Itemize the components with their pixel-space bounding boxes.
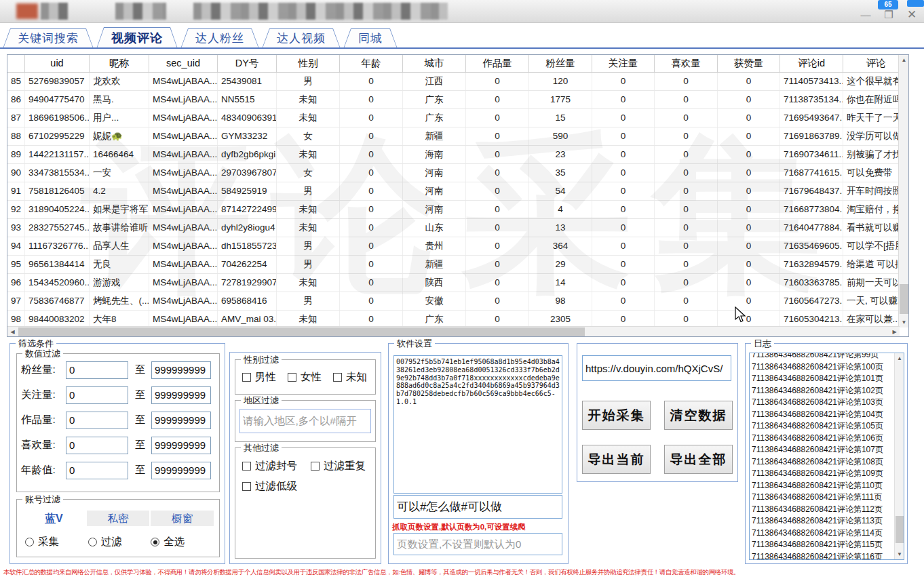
radio-采集[interactable]: 采集 (25, 535, 88, 549)
log-scrollbar[interactable]: ▲ ▼ (894, 353, 904, 559)
checkbox-男性[interactable]: 男性 (242, 370, 276, 384)
scroll-left-icon[interactable]: ◀ (7, 327, 18, 337)
vertical-scroll-thumb[interactable] (900, 284, 908, 314)
scroll-down-icon[interactable]: ▼ (899, 317, 909, 327)
table-row[interactable]: 9898440083202大年8MS4wLjABAA...AMV_mai 03.… (7, 311, 900, 327)
column-header-关注量[interactable]: 关注量 (592, 55, 655, 72)
table-row[interactable]: 8914422131157...16466464MS4wLjABAA...dyf… (7, 146, 900, 164)
numeric-max-input[interactable] (151, 361, 211, 379)
region-input[interactable] (239, 409, 371, 433)
log-list[interactable]: 7113864346882608421评论第99页711386434688260… (749, 353, 904, 560)
table-cell: 33473815534... (25, 164, 90, 182)
radio-indicator-icon (151, 538, 159, 546)
numeric-max-input[interactable] (151, 462, 211, 479)
table-cell: 如果是宇将军... (90, 201, 149, 218)
column-header-DY号[interactable]: DY号 (218, 55, 277, 72)
censored-title-block (41, 3, 68, 20)
export-all-button[interactable]: 导出全部 (664, 445, 733, 474)
video-url-input[interactable] (582, 355, 731, 381)
table-row[interactable]: 9775836746877烤蚝先生、(...MS4wLjABAA...69586… (7, 292, 900, 311)
column-header-uid[interactable]: uid (25, 55, 90, 72)
radio-过滤[interactable]: 过滤 (88, 535, 151, 549)
table-row[interactable]: 91758181264054.2MS4wLjABAA...584925919男0… (7, 182, 900, 201)
start-collect-button[interactable]: 开始采集 (582, 401, 651, 430)
table-row[interactable]: 9231890405224...如果是宇将军...MS4wLjABAA...87… (7, 201, 900, 219)
keyword-input[interactable] (393, 495, 562, 519)
table-cell: 陕西 (403, 274, 466, 292)
minimize-button[interactable]: — (856, 8, 875, 22)
table-row[interactable]: 9033473815534...一安MS4wLjABAA...297039678… (7, 164, 900, 182)
numeric-max-input[interactable] (151, 386, 211, 404)
table-row[interactable]: 9596561384414无良MS4wLjABAA...704262254男0新… (7, 256, 900, 274)
table-cell: MS4wLjABAA... (149, 182, 218, 200)
table-cell: 0 (718, 109, 780, 127)
maximize-button[interactable]: ❐ (879, 8, 898, 22)
scroll-up-icon[interactable]: ▲ (899, 55, 909, 65)
column-header-喜欢量[interactable]: 喜欢量 (655, 55, 718, 72)
title-bar: — ❐ ✕ (0, 0, 924, 23)
column-header-获赞量[interactable]: 获赞量 (718, 55, 780, 72)
column-header-年龄[interactable]: 年龄 (340, 55, 403, 72)
checkbox-女性[interactable]: 女性 (288, 370, 322, 384)
clear-data-button[interactable]: 清空数据 (664, 401, 733, 430)
table-row[interactable]: 9615434520960...游游戏MS4wLjABAA...72781929… (7, 274, 900, 292)
scroll-up-icon[interactable]: ▲ (895, 353, 904, 363)
radio-全选[interactable]: 全选 (151, 535, 214, 549)
numeric-min-input[interactable] (66, 386, 128, 404)
tab-关键词搜索[interactable]: 关键词搜索 (3, 28, 94, 49)
column-header-城市[interactable]: 城市 (403, 55, 466, 72)
table-cell: dh15185572347 (218, 237, 277, 255)
numeric-max-input[interactable] (151, 437, 211, 454)
table-horizontal-scrollbar[interactable]: ◀ ▶ (7, 326, 900, 336)
table-cell: 15 (529, 109, 592, 127)
table-row[interactable]: 8867102995229妮妮🐢MS4wLjABAA...GYM33232女0新… (7, 127, 900, 146)
region-filter-title: 地区过滤 (241, 395, 282, 407)
scroll-down-icon[interactable]: ▼ (895, 549, 904, 559)
numeric-max-input[interactable] (151, 412, 211, 429)
tab-达人粉丝[interactable]: 达人粉丝 (180, 28, 259, 49)
table-cell: 男 (277, 73, 340, 90)
table-row[interactable]: 8718696198506...用户...MS4wLjABAA...483409… (7, 109, 900, 127)
table-cell: 0 (466, 311, 529, 327)
table-row[interactable]: 9328327552745...故事讲给谁听MS4wLjABAA...dyhl2… (7, 219, 900, 237)
column-header-性别[interactable]: 性别 (277, 55, 340, 72)
table-row[interactable]: 8694904775470黑马.MS4wLjABAA...NN5515未知0广东… (7, 91, 900, 109)
page-count-input[interactable] (393, 533, 562, 555)
close-button[interactable]: ✕ (902, 8, 921, 22)
table-cell: 可以学不[捂脸] (843, 237, 900, 255)
tab-同城[interactable]: 同城 (343, 28, 398, 49)
table-cell: 在家可以兼... (843, 311, 900, 327)
numeric-min-input[interactable] (66, 437, 128, 454)
account-filter-title: 账号过滤 (22, 494, 63, 506)
table-cell: 704262254 (218, 256, 277, 273)
log-line: 7113864346882608421评论第110页 (752, 480, 904, 492)
table-vertical-scrollbar[interactable]: ▲ ▼ (898, 55, 908, 327)
horizontal-scroll-thumb[interactable] (18, 327, 585, 336)
overlay-badge[interactable]: 65 (878, 0, 898, 9)
checkbox-过滤封号[interactable]: 过滤封号 (242, 459, 297, 473)
numeric-min-input[interactable] (66, 462, 128, 479)
column-header-粉丝量[interactable]: 粉丝量 (529, 55, 592, 72)
log-scroll-thumb[interactable] (896, 516, 904, 543)
column-header-sec_uid[interactable]: sec_uid (149, 55, 218, 72)
numeric-min-input[interactable] (66, 412, 128, 429)
checkbox-过滤低级[interactable]: 过滤低级 (242, 479, 297, 494)
numeric-min-input[interactable] (66, 361, 128, 379)
tab-视频评论[interactable]: 视频评论 (96, 27, 178, 49)
table-row[interactable]: 8552769839057龙欢欢MS4wLjABAA...25439081男0江… (7, 73, 900, 91)
checkbox-未知[interactable]: 未知 (333, 370, 367, 384)
account-segment-私密[interactable]: 私密 (87, 511, 150, 526)
column-header-作品量[interactable]: 作品量 (466, 55, 529, 72)
table-cell: 你也在附近吗.. (843, 91, 900, 108)
column-header-评论id[interactable]: 评论id (780, 55, 843, 72)
account-segment-橱窗[interactable]: 橱窗 (151, 511, 214, 526)
table-row[interactable]: 9411167326776...品享人生MS4wLjABAA...dh15185… (7, 237, 900, 256)
tab-达人视频[interactable]: 达人视频 (262, 28, 341, 49)
scroll-right-icon[interactable]: ▶ (889, 327, 900, 337)
license-textarea[interactable]: 007952f5b5b741eb1ef95068a8d1b95e4d03b8a4… (393, 355, 562, 494)
column-header-昵称[interactable]: 昵称 (90, 55, 149, 72)
table-cell: 淘宝赔付，挣... (843, 201, 900, 218)
account-segment-蓝V[interactable]: 蓝V (22, 511, 85, 526)
export-current-button[interactable]: 导出当前 (582, 445, 651, 474)
checkbox-过滤重复[interactable]: 过滤重复 (311, 459, 366, 473)
